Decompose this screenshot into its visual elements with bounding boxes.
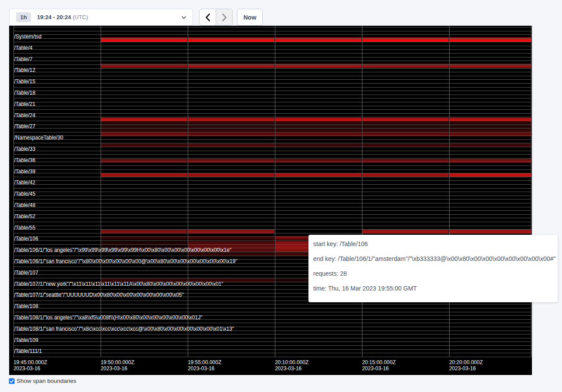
- svg-text:20:15:00.000Z: 20:15:00.000Z: [362, 359, 396, 365]
- svg-text:/Table/21: /Table/21: [14, 101, 36, 107]
- svg-text:/System/tsd: /System/tsd: [14, 34, 42, 40]
- svg-text:2023-03-16: 2023-03-16: [362, 365, 389, 372]
- svg-text:2023-03-16: 2023-03-16: [188, 365, 215, 372]
- svg-text:/Table/15: /Table/15: [14, 78, 36, 84]
- svg-text:20:20:00.000Z: 20:20:00.000Z: [449, 359, 483, 365]
- svg-text:/Table/111/1: /Table/111/1: [14, 348, 42, 354]
- svg-text:/Table/4: /Table/4: [14, 45, 33, 51]
- svg-text:/NamespaceTable/30: /NamespaceTable/30: [14, 135, 64, 141]
- svg-text:/Table/108/1/"los angeles"/"\x: /Table/108/1/"los angeles"/"\xa8\xf5\u00…: [14, 314, 203, 321]
- svg-text:/Table/39: /Table/39: [14, 169, 36, 175]
- svg-text:/Table/33: /Table/33: [14, 146, 36, 152]
- svg-text:/Table/36: /Table/36: [14, 157, 36, 163]
- svg-text:/Table/106: /Table/106: [14, 236, 39, 242]
- svg-text:/Table/107/1/"seattle"/"UUUUUU: /Table/107/1/"seattle"/"UUUUUUD\x00\x80\…: [14, 292, 184, 298]
- svg-text:2023-03-16: 2023-03-16: [275, 365, 302, 372]
- svg-text:19:50:00.000Z: 19:50:00.000Z: [101, 359, 134, 365]
- svg-text:2023-03-16: 2023-03-16: [14, 365, 41, 372]
- svg-text:/Table/55: /Table/55: [14, 225, 36, 231]
- svg-text:/Table/7: /Table/7: [14, 56, 33, 62]
- svg-text:/Table/107: /Table/107: [14, 270, 39, 276]
- svg-text:2023-03-16: 2023-03-16: [449, 365, 476, 372]
- svg-text:/Table/48: /Table/48: [14, 202, 36, 208]
- svg-text:/Table/109: /Table/109: [14, 337, 39, 343]
- svg-text:/Table/52: /Table/52: [14, 213, 36, 220]
- svg-text:2023-03-16: 2023-03-16: [101, 365, 128, 372]
- svg-text:/Table/108: /Table/108: [14, 303, 39, 309]
- svg-text:19:55:00.000Z: 19:55:00.000Z: [188, 359, 221, 365]
- svg-text:/Table/24: /Table/24: [14, 112, 36, 118]
- svg-text:/Table/108/1/"san francisco"/": /Table/108/1/"san francisco"/"\x8c\xcc\x…: [14, 326, 234, 332]
- svg-text:/Table/45: /Table/45: [14, 191, 36, 197]
- svg-text:/Table/42: /Table/42: [14, 179, 36, 186]
- svg-text:/Table/106/1/"san francisco"/": /Table/106/1/"san francisco"/"\x80\x00\x…: [14, 258, 237, 264]
- svg-text:19:45:00.000Z: 19:45:00.000Z: [14, 359, 47, 365]
- svg-text:/Table/106/1/"los angeles"/"\x: /Table/106/1/"los angeles"/"\x99\x99\x99…: [14, 247, 232, 253]
- svg-text:/Table/27: /Table/27: [14, 123, 36, 129]
- svg-text:/Table/107/1/"new york"/"\x11\: /Table/107/1/"new york"/"\x11\x11\x11\x1…: [14, 281, 223, 287]
- svg-text:20:10:00.000Z: 20:10:00.000Z: [275, 359, 308, 365]
- svg-text:/Table/12: /Table/12: [14, 67, 36, 73]
- svg-text:/Table/18: /Table/18: [14, 90, 36, 96]
